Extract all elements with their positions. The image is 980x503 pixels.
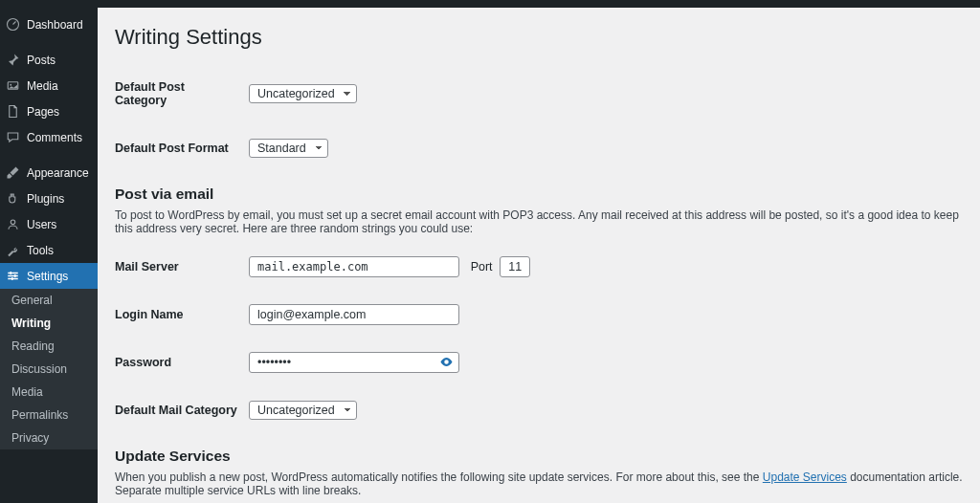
media-icon [6, 78, 20, 93]
post-via-email-description: To post to WordPress by email, you must … [115, 208, 963, 235]
menu-label: Plugins [27, 192, 64, 206]
user-icon [6, 217, 20, 231]
wrench-icon [6, 243, 20, 257]
svg-rect-5 [8, 275, 18, 277]
submenu-item-writing[interactable]: Writing [0, 312, 98, 335]
submenu-item-permalinks[interactable]: Permalinks [0, 404, 98, 426]
submenu-item-reading[interactable]: Reading [0, 335, 98, 358]
post-via-email-heading: Post via email [115, 186, 963, 203]
dashboard-icon [6, 17, 20, 32]
svg-rect-7 [11, 272, 12, 274]
settings-submenu: General Writing Reading Discussion Media… [0, 289, 98, 449]
menu-label: Comments [27, 131, 82, 144]
default-post-format-label: Default Post Format [115, 124, 249, 172]
pin-icon [6, 53, 20, 67]
sidebar-item-pages[interactable]: Pages [0, 98, 98, 124]
password-label: Password [115, 339, 249, 386]
sidebar-item-appearance[interactable]: Appearance [0, 160, 98, 186]
admin-topbar [0, 0, 980, 8]
plug-icon [6, 191, 20, 206]
menu-label: Dashboard [27, 18, 83, 32]
menu-label: Users [27, 218, 56, 231]
sidebar-item-dashboard[interactable]: Dashboard [0, 11, 98, 37]
default-post-category-select[interactable]: Uncategorized [249, 84, 357, 103]
login-name-input[interactable] [249, 304, 459, 325]
port-label: Port [471, 260, 493, 273]
default-mail-category-select[interactable]: Uncategorized [249, 401, 357, 420]
menu-label: Tools [27, 244, 54, 257]
eye-icon[interactable] [439, 355, 454, 372]
sidebar-item-users[interactable]: Users [0, 211, 98, 237]
menu-label: Settings [27, 270, 68, 283]
sidebar-item-settings[interactable]: Settings [0, 263, 98, 289]
main-content: Writing Settings Default Post Category U… [98, 8, 980, 503]
svg-rect-8 [14, 274, 16, 277]
update-services-heading: Update Services [115, 448, 963, 465]
mail-server-input[interactable] [249, 256, 459, 277]
mail-server-label: Mail Server [115, 243, 249, 291]
sidebar-item-media[interactable]: Media [0, 73, 98, 98]
menu-label: Appearance [27, 166, 89, 180]
menu-label: Media [27, 79, 58, 93]
settings-icon [6, 269, 20, 283]
login-name-label: Login Name [115, 291, 249, 339]
brush-icon [6, 165, 20, 180]
menu-label: Posts [27, 54, 56, 67]
comment-icon [6, 130, 20, 144]
submenu-item-privacy[interactable]: Privacy [0, 426, 98, 449]
page-icon [6, 104, 20, 119]
svg-rect-4 [8, 273, 18, 274]
submenu-item-general[interactable]: General [0, 289, 98, 312]
default-mail-category-label: Default Mail Category [115, 386, 249, 434]
port-input[interactable] [500, 256, 530, 277]
svg-rect-9 [11, 277, 13, 280]
submenu-item-discussion[interactable]: Discussion [0, 358, 98, 381]
update-services-description: When you publish a new post, WordPress a… [115, 470, 963, 497]
password-input[interactable] [249, 352, 459, 373]
menu-label: Pages [27, 105, 59, 119]
sidebar-item-plugins[interactable]: Plugins [0, 186, 98, 211]
update-services-link[interactable]: Update Services [763, 470, 847, 484]
sidebar-item-comments[interactable]: Comments [0, 124, 98, 150]
default-post-category-label: Default Post Category [115, 63, 249, 124]
default-post-format-select[interactable]: Standard [249, 139, 328, 158]
svg-point-3 [11, 220, 15, 225]
submenu-item-media[interactable]: Media [0, 381, 98, 404]
sidebar-item-tools[interactable]: Tools [0, 237, 98, 263]
page-title: Writing Settings [115, 25, 963, 50]
svg-point-2 [10, 84, 11, 86]
sidebar-item-posts[interactable]: Posts [0, 47, 98, 73]
admin-sidebar: Dashboard Posts Media Pages Comments [0, 8, 98, 503]
